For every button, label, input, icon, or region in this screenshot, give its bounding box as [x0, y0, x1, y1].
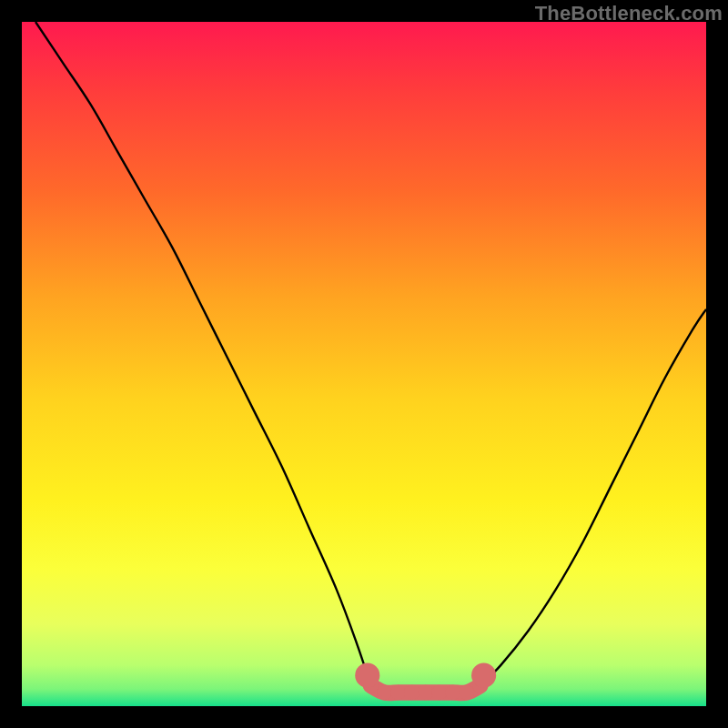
flat-marker [418, 685, 433, 701]
flat-marker [377, 685, 392, 701]
chart-background-gradient [22, 22, 706, 706]
flat-marker [431, 685, 447, 701]
flat-marker [460, 685, 475, 701]
chart-frame: TheBottleneck.com [0, 0, 728, 728]
flat-cap-right [471, 663, 496, 688]
chart-svg [22, 22, 706, 706]
watermark-text: TheBottleneck.com [535, 2, 723, 25]
flat-marker [445, 685, 460, 701]
flat-marker [404, 685, 420, 701]
chart-plot-area [22, 22, 706, 706]
flat-cap-left [355, 663, 379, 688]
flat-marker [390, 685, 406, 701]
